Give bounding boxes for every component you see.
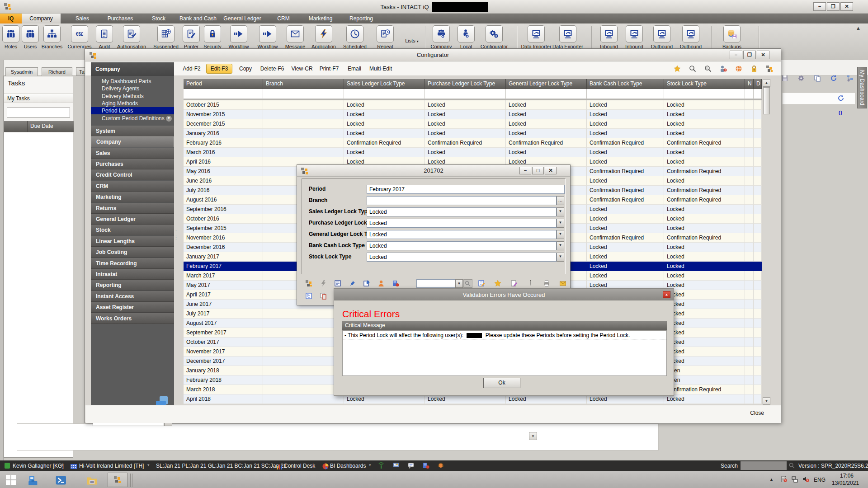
field-dropdown-button[interactable]: ▼ xyxy=(557,241,564,250)
grid-filter-cell[interactable] xyxy=(664,89,745,99)
dialog-tool-pindoc-icon[interactable] xyxy=(363,280,370,288)
grid-cell-period[interactable]: May 2017 xyxy=(184,281,263,290)
grid-cell-stock[interactable]: Locked xyxy=(664,129,745,138)
dialog-tool-doclines-icon[interactable] xyxy=(334,280,341,288)
grid-cell-flag[interactable] xyxy=(754,338,762,347)
grid-header-stock-lock-type[interactable]: Stock Lock Type xyxy=(664,79,745,89)
grid-cell-bank[interactable]: Locked xyxy=(587,100,664,110)
period-dialog-maximize-button[interactable]: □ xyxy=(532,167,544,174)
toolbar-add-f2[interactable]: Add-F2 xyxy=(180,64,203,74)
ribbon-collapse-icon[interactable]: ▲ xyxy=(856,25,861,31)
ribbon-authorisation[interactable]: Authorisation xyxy=(114,25,149,49)
status-search-input[interactable] xyxy=(741,461,787,470)
period-dialog-close-button[interactable]: ✕ xyxy=(545,167,557,174)
refresh-icon[interactable] xyxy=(830,75,837,83)
grid-cell-flag[interactable] xyxy=(754,328,762,338)
grid-cell-stock[interactable]: Locked xyxy=(664,262,745,271)
ribbon-data-importer[interactable]: Data Importer xyxy=(519,25,553,49)
grid-cell-bank[interactable]: Locked xyxy=(587,176,664,186)
grid-cell-period[interactable]: October 2017 xyxy=(184,338,263,347)
grid-cell-flag[interactable] xyxy=(754,252,762,262)
grid-filter-cell[interactable] xyxy=(263,89,344,99)
grid-cell-stock[interactable]: Confirmation Required xyxy=(664,138,745,148)
grid-cell-branch[interactable] xyxy=(263,110,344,119)
taskbar-date[interactable]: 13/01/2021 xyxy=(832,480,859,486)
grid-cell-flag[interactable] xyxy=(754,119,762,129)
grid-cell-general[interactable]: Locked xyxy=(506,148,587,157)
status-pinboard-icon[interactable] xyxy=(392,462,400,470)
grid-cell-flag[interactable] xyxy=(745,290,754,300)
grid-cell-stock[interactable]: Confirmation Required xyxy=(664,385,745,394)
grid-cell-flag[interactable] xyxy=(745,100,754,110)
dialog-tool-printer-icon[interactable] xyxy=(543,280,550,288)
grid-cell-flag[interactable] xyxy=(754,319,762,328)
grid-cell-purchase[interactable]: Locked xyxy=(425,148,506,157)
grid-cell-flag[interactable] xyxy=(754,138,762,148)
dialog-tool-treedoc-icon[interactable] xyxy=(305,292,312,301)
grid-cell-flag[interactable] xyxy=(745,309,754,319)
grid-cell-flag[interactable] xyxy=(754,110,762,119)
grid-cell-flag[interactable] xyxy=(745,385,754,394)
grid-cell-flag[interactable] xyxy=(754,347,762,357)
grid-cell-flag[interactable] xyxy=(754,233,762,243)
grid-cell-flag[interactable] xyxy=(745,233,754,243)
grid-cell-flag[interactable] xyxy=(745,138,754,148)
grid-cell-general[interactable]: Locked xyxy=(506,394,587,404)
grid-cell-stock[interactable]: Locked xyxy=(664,290,745,300)
grid-cell-general[interactable]: Locked xyxy=(506,110,587,119)
grid-cell-flag[interactable] xyxy=(745,281,754,290)
field-input-period[interactable]: February 2017 xyxy=(367,185,565,194)
menu-tab-crm[interactable]: CRM xyxy=(270,14,297,23)
taskbar-folder-icon[interactable] xyxy=(86,474,98,488)
status-user[interactable]: Kevin Gallagher [KG] xyxy=(13,463,64,469)
grid-cell-stock[interactable]: Locked xyxy=(664,176,745,186)
grid-cell-period[interactable]: February 2018 xyxy=(184,375,263,385)
grid-cell-period[interactable]: November 2016 xyxy=(184,233,263,243)
grid-cell-period[interactable]: November 2015 xyxy=(184,110,263,119)
close-button[interactable]: ✕ xyxy=(840,2,853,11)
status-company-dropdown-icon[interactable]: ▾ xyxy=(147,463,150,467)
grid-cell-branch[interactable] xyxy=(263,338,344,347)
grid-cell-period[interactable]: July 2017 xyxy=(184,309,263,319)
grid-cell-period[interactable]: March 2018 xyxy=(184,385,263,394)
grid-cell-period[interactable]: January 2016 xyxy=(184,129,263,138)
grid-cell-purchase[interactable]: Locked xyxy=(425,100,506,110)
grid-cell-general[interactable]: Locked xyxy=(506,100,587,110)
status-antenna-icon[interactable] xyxy=(377,462,385,470)
grid-cell-sales[interactable]: Locked xyxy=(344,119,425,129)
status-control-desk[interactable]: Control Desk xyxy=(284,463,315,469)
grid-header-general-ledger-lock-type[interactable]: General Ledger Lock Type xyxy=(506,79,587,89)
grid-cell-period[interactable]: October 2015 xyxy=(184,100,263,110)
grid-cell-stock[interactable]: Open xyxy=(664,375,745,385)
grid-cell-purchase[interactable]: Confirmation Required xyxy=(425,138,506,148)
grid-cell-flag[interactable] xyxy=(745,214,754,224)
grid-cell-branch[interactable] xyxy=(263,100,344,110)
grid-cell-bank[interactable]: Locked xyxy=(587,148,664,157)
grid-cell-branch[interactable] xyxy=(263,119,344,129)
taskbar-flagx-icon[interactable] xyxy=(780,475,788,484)
dialog-tool-pin-icon[interactable] xyxy=(349,280,356,288)
grid-cell-bank[interactable]: Locked xyxy=(587,394,664,404)
grid-cell-stock[interactable]: Locked xyxy=(664,357,745,366)
dialog-tool-docpencil2-icon[interactable] xyxy=(510,280,518,288)
grid-cell-stock[interactable]: Locked xyxy=(664,119,745,129)
grid-cell-stock[interactable]: Locked xyxy=(664,110,745,119)
grid-cell-branch[interactable] xyxy=(263,138,344,148)
grid-cell-purchase[interactable]: Locked xyxy=(425,394,506,404)
grid-scrollbar[interactable]: ▲ ▼ xyxy=(763,79,770,405)
tasks-tab-sysadmin[interactable]: Sysadmin xyxy=(5,67,38,76)
toolbar-delete-f6[interactable]: Delete-F6 xyxy=(258,64,286,74)
grid-cell-period[interactable]: August 2016 xyxy=(184,195,263,205)
taskbar-language[interactable]: ENG xyxy=(814,477,826,483)
grid-cell-flag[interactable] xyxy=(754,167,762,176)
grid-filter-cell[interactable] xyxy=(754,89,762,99)
copy2-icon[interactable] xyxy=(814,75,821,83)
grid-cell-bank[interactable]: Locked xyxy=(587,157,664,167)
grid-cell-stock[interactable]: Locked xyxy=(664,319,745,328)
toolbar-multi-edit[interactable]: Multi-Edit xyxy=(368,64,394,74)
grid-cell-flag[interactable] xyxy=(754,157,762,167)
grid-cell-flag[interactable] xyxy=(754,300,762,309)
status-chat-icon[interactable] xyxy=(407,462,415,470)
menu-tab-sales[interactable]: Sales xyxy=(68,14,97,23)
field-lookup-button[interactable]: … xyxy=(557,196,564,205)
